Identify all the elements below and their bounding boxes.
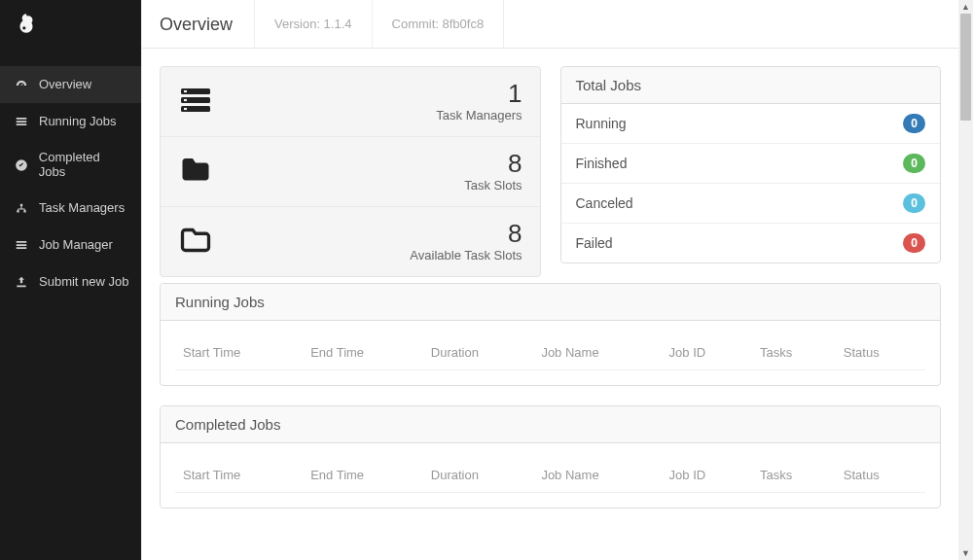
main-panel: Overview Version: 1.1.4 Commit: 8fb0fc8 … bbox=[141, 0, 958, 560]
sidebar-nav: Overview Running Jobs Completed Jobs Tas… bbox=[0, 49, 141, 299]
col-end-time[interactable]: End Time bbox=[303, 335, 423, 370]
completed-jobs-table: Start Time End Time Duration Job Name Jo… bbox=[175, 458, 925, 493]
total-jobs-panel: Total Jobs Running 0 Finished 0 Canceled bbox=[560, 66, 942, 263]
panel-title: Completed Jobs bbox=[161, 406, 940, 443]
stat-value: 1 bbox=[221, 81, 523, 106]
row-label: Finished bbox=[576, 156, 628, 171]
sidebar-item-job-manager[interactable]: Job Manager bbox=[0, 227, 141, 263]
scrollbar-up-arrow[interactable]: ▲ bbox=[958, 0, 973, 14]
col-status[interactable]: Status bbox=[836, 335, 925, 370]
svg-rect-6 bbox=[184, 108, 187, 110]
total-jobs-row-running: Running 0 bbox=[561, 104, 941, 143]
version-label: Version: 1.1.4 bbox=[255, 0, 373, 49]
svg-rect-4 bbox=[184, 90, 187, 92]
folder-icon bbox=[178, 153, 221, 191]
status-badge: 0 bbox=[903, 193, 925, 213]
stat-label: Task Slots bbox=[221, 178, 523, 192]
page-title: Overview bbox=[160, 0, 255, 49]
stat-label: Available Task Slots bbox=[221, 248, 523, 262]
folder-open-icon bbox=[178, 223, 221, 261]
col-tasks[interactable]: Tasks bbox=[752, 458, 836, 493]
col-status[interactable]: Status bbox=[836, 458, 925, 493]
sidebar-item-task-managers[interactable]: Task Managers bbox=[0, 190, 141, 227]
sidebar-item-label: Overview bbox=[39, 77, 91, 91]
col-tasks[interactable]: Tasks bbox=[752, 335, 836, 370]
sitemap-icon bbox=[14, 200, 29, 216]
completed-jobs-panel: Completed Jobs Start Time End Time Durat… bbox=[160, 405, 941, 508]
running-jobs-table: Start Time End Time Duration Job Name Jo… bbox=[175, 335, 925, 370]
server-icon bbox=[178, 83, 221, 121]
sidebar-item-label: Job Manager bbox=[39, 237, 113, 252]
row-label: Failed bbox=[576, 235, 613, 251]
upload-icon bbox=[14, 273, 29, 289]
app-logo[interactable] bbox=[0, 0, 141, 49]
sidebar-item-running-jobs[interactable]: Running Jobs bbox=[0, 103, 141, 140]
total-jobs-row-failed: Failed 0 bbox=[561, 223, 941, 262]
server-icon bbox=[14, 237, 29, 253]
stats-panel: 1 Task Managers 8 Task Slots bbox=[160, 66, 541, 277]
sidebar-item-label: Task Managers bbox=[39, 200, 125, 215]
sidebar-item-label: Running Jobs bbox=[39, 114, 117, 128]
col-job-id[interactable]: Job ID bbox=[662, 458, 752, 493]
col-end-time[interactable]: End Time bbox=[303, 458, 423, 493]
stat-value: 8 bbox=[221, 151, 523, 176]
squirrel-icon bbox=[14, 12, 39, 37]
stat-label: Task Managers bbox=[221, 108, 523, 122]
col-duration[interactable]: Duration bbox=[423, 458, 534, 493]
col-duration[interactable]: Duration bbox=[423, 335, 534, 370]
running-jobs-panel: Running Jobs Start Time End Time Duratio… bbox=[160, 283, 941, 386]
sidebar-item-completed-jobs[interactable]: Completed Jobs bbox=[0, 139, 141, 190]
panel-title: Total Jobs bbox=[561, 67, 941, 104]
scrollbar-thumb[interactable] bbox=[960, 14, 971, 121]
row-label: Canceled bbox=[576, 195, 633, 211]
topbar: Overview Version: 1.1.4 Commit: 8fb0fc8 bbox=[142, 0, 958, 49]
vertical-scrollbar[interactable]: ▲ ▼ bbox=[958, 0, 973, 560]
stat-task-managers: 1 Task Managers bbox=[161, 67, 540, 137]
col-job-name[interactable]: Job Name bbox=[533, 458, 661, 493]
sidebar: Overview Running Jobs Completed Jobs Tas… bbox=[0, 0, 141, 560]
total-jobs-row-canceled: Canceled 0 bbox=[561, 183, 941, 223]
total-jobs-list: Running 0 Finished 0 Canceled 0 Failed bbox=[561, 104, 941, 262]
commit-label: Commit: 8fb0fc8 bbox=[373, 0, 505, 49]
row-label: Running bbox=[576, 116, 627, 131]
sidebar-item-label: Submit new Job bbox=[39, 274, 129, 289]
col-job-id[interactable]: Job ID bbox=[662, 335, 752, 370]
content: 1 Task Managers 8 Task Slots bbox=[142, 49, 958, 545]
sidebar-item-overview[interactable]: Overview bbox=[0, 66, 141, 103]
stat-value: 8 bbox=[221, 221, 523, 246]
stat-task-slots: 8 Task Slots bbox=[161, 137, 540, 207]
list-icon bbox=[14, 114, 29, 129]
check-circle-icon bbox=[14, 157, 29, 172]
sidebar-item-submit-new-job[interactable]: Submit new Job bbox=[0, 262, 141, 299]
scrollbar-down-arrow[interactable]: ▼ bbox=[958, 546, 973, 560]
dashboard-icon bbox=[14, 77, 29, 92]
sidebar-item-label: Completed Jobs bbox=[39, 150, 129, 179]
status-badge: 0 bbox=[903, 233, 925, 253]
col-start-time[interactable]: Start Time bbox=[175, 335, 303, 370]
stat-available-task-slots: 8 Available Task Slots bbox=[161, 207, 540, 276]
col-job-name[interactable]: Job Name bbox=[533, 335, 661, 370]
status-badge: 0 bbox=[903, 114, 925, 133]
status-badge: 0 bbox=[903, 154, 925, 173]
svg-rect-5 bbox=[184, 99, 187, 101]
total-jobs-row-finished: Finished 0 bbox=[561, 143, 941, 183]
col-start-time[interactable]: Start Time bbox=[175, 458, 303, 493]
panel-title: Running Jobs bbox=[161, 284, 940, 321]
